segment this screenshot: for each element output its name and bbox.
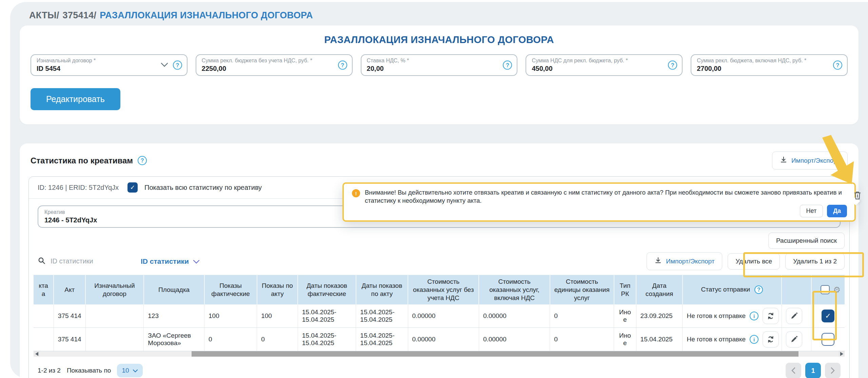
col-dates-fact[interactable]: Даты показов фактические — [298, 275, 356, 304]
breadcrumb-current: РАЗАЛЛОКАЦИЯ ИЗНАЧАЛЬНОГО ДОГОВОРА — [100, 10, 313, 21]
chevron-down-icon — [133, 367, 138, 374]
table-row: 375 414 ЗАО «Сергеев Морозова» 0 0 15.04… — [34, 328, 845, 351]
col-act[interactable]: Акт — [54, 275, 85, 304]
help-icon[interactable]: ? — [138, 156, 147, 165]
cell-shows-by-act: 0 — [257, 328, 298, 351]
breadcrumb: АКТЫ/ 375414/ РАЗАЛЛОКАЦИЯ ИЗНАЧАЛЬНОГО … — [10, 10, 868, 21]
col-cost-with-vat[interactable]: Стоимость оказанных услуг, включая НДС — [479, 275, 550, 304]
advanced-search-button[interactable]: Расширенный поиск — [768, 233, 845, 249]
col-dates-by-act[interactable]: Даты показов по акту — [356, 275, 408, 304]
cell-unit-cost: 0 — [550, 328, 614, 351]
breadcrumb-record-id[interactable]: 375414/ — [63, 10, 97, 21]
reallocation-card: РАЗАЛЛОКАЦИЯ ИЗНАЧАЛЬНОГО ДОГОВОРА Изнач… — [20, 25, 859, 124]
help-icon[interactable]: ? — [668, 61, 677, 70]
cell-dates-fact: 15.04.2025-15.04.2025 — [298, 328, 356, 351]
col-created[interactable]: Дата создания — [636, 275, 683, 304]
col-select: ⚙ — [811, 275, 845, 304]
chevron-down-icon — [161, 62, 168, 68]
cell-dates-fact: 15.04.2025-15.04.2025 — [298, 304, 356, 328]
col-initial-contract[interactable]: Изначальный договор — [85, 275, 144, 304]
vat-sum-label: Сумма НДС для рекл. бюджета, руб. * — [532, 57, 676, 64]
info-icon[interactable]: i — [750, 335, 758, 344]
vat-rate-field[interactable]: Ставка НДС, % * 20,00 ? — [361, 54, 518, 76]
search-field-selector[interactable]: ID статистики — [141, 257, 200, 265]
pagination: 1-2 из 2 Показывать по 10 — [38, 363, 841, 378]
warning-no-button[interactable]: Нет — [800, 205, 823, 217]
page-1-button[interactable]: 1 — [805, 363, 821, 378]
col-send-status[interactable]: Статус отправки ? — [683, 275, 782, 304]
vat-rate-label: Ставка НДС, % * — [367, 57, 512, 64]
info-icon[interactable]: i — [750, 312, 758, 320]
import-export-label: Импорт/Экспорт — [791, 157, 840, 164]
send-status-label: Статус отправки — [701, 286, 750, 293]
scrollbar-track[interactable] — [40, 351, 839, 357]
show-all-stats-checkbox[interactable]: ✓ — [127, 182, 138, 193]
statistics-table: кта а Акт Изначальный договор Площадка П… — [34, 275, 845, 351]
cell-send-status: Не готов к отправке i — [683, 304, 782, 328]
row-checkbox-checked[interactable]: ✓ — [822, 310, 834, 322]
page: АКТЫ/ 375414/ РАЗАЛЛОКАЦИЯ ИЗНАЧАЛЬНОГО … — [0, 0, 868, 378]
delete-selected-button[interactable]: Удалить 1 из 2 — [785, 253, 845, 270]
cell-unit-cost: 0 — [550, 304, 614, 328]
vat-sum-field[interactable]: Сумма НДС для рекл. бюджета, руб. * 450,… — [526, 54, 683, 76]
cell-cost-with-vat: 0.00000 — [479, 328, 550, 351]
help-icon[interactable]: ? — [754, 285, 763, 294]
statistics-search-input[interactable] — [51, 257, 132, 265]
import-export-button-table[interactable]: Импорт/Экспорт — [647, 252, 722, 270]
help-icon[interactable]: ? — [173, 61, 182, 70]
select-all-checkbox[interactable] — [821, 285, 830, 294]
creative-id-erid: ID: 1246 | ERID: 5T2dYqJx — [38, 184, 119, 192]
cell-rk-type: Иное — [614, 304, 636, 328]
col-shows-by-act[interactable]: Показы по акту — [257, 275, 298, 304]
col-unit-cost[interactable]: Стоимость единицы оказания услуг — [550, 275, 614, 304]
initial-contract-field[interactable]: Изначальный договор * ID 5454 ? — [31, 54, 188, 76]
scroll-left-arrow-icon[interactable] — [34, 351, 40, 357]
cell-initial-contract — [85, 304, 144, 328]
budget-no-vat-field[interactable]: Сумма рекл. бюджета без учета НДС, руб. … — [196, 54, 353, 76]
col-rk-type[interactable]: Тип РК — [614, 275, 636, 304]
col-shows-fact[interactable]: Показы фактические — [204, 275, 257, 304]
help-icon[interactable]: ? — [503, 61, 512, 70]
cell-edit — [782, 304, 811, 328]
import-export-button-top[interactable]: Импорт/Экспорт — [772, 152, 848, 170]
initial-contract-value: ID 5454 — [37, 65, 181, 73]
refresh-button[interactable] — [763, 308, 779, 324]
delete-all-button[interactable]: Удалить все — [728, 253, 780, 270]
per-page-select[interactable]: 10 — [117, 364, 142, 377]
status-text: Не готов к отправке — [687, 312, 746, 320]
cell-point — [34, 304, 54, 328]
edit-button[interactable]: Редактировать — [31, 88, 120, 110]
refresh-button[interactable] — [763, 331, 779, 347]
delete-creative-trash-icon[interactable] — [854, 191, 861, 201]
budget-no-vat-value: 2250,00 — [202, 65, 347, 73]
budget-with-vat-field[interactable]: Сумма рекл. бюджета, включая НДС, руб. *… — [691, 54, 848, 76]
edit-pencil-button[interactable] — [786, 308, 802, 324]
page-title: РАЗАЛЛОКАЦИЯ ИЗНАЧАЛЬНОГО ДОГОВОРА — [31, 34, 848, 45]
col-cost-no-vat[interactable]: Стоимость оказанных услуг без учета НДС — [408, 275, 479, 304]
search-field-selector-label: ID статистики — [141, 257, 189, 265]
search-icon — [38, 257, 46, 266]
edit-pencil-button[interactable] — [786, 331, 802, 347]
gear-icon[interactable]: ⚙ — [833, 286, 841, 294]
table-row: 375 414 123 100 100 15.04.2025-15.04.202… — [34, 304, 845, 328]
help-icon[interactable]: ? — [338, 61, 347, 70]
per-page-value: 10 — [122, 367, 129, 374]
horizontal-scrollbar[interactable] — [34, 351, 845, 357]
prev-page-button[interactable] — [786, 363, 801, 378]
help-icon[interactable]: ? — [833, 61, 842, 70]
cell-platform: 123 — [144, 304, 204, 328]
table-header-row: кта а Акт Изначальный договор Площадка П… — [34, 275, 845, 304]
next-page-button[interactable] — [825, 363, 841, 378]
col-act-point[interactable]: кта а — [34, 275, 54, 304]
col-actions — [782, 275, 811, 304]
row-checkbox-unchecked[interactable] — [822, 333, 834, 346]
cell-edit — [782, 328, 811, 351]
cell-act: 375 414 — [54, 304, 85, 328]
cell-select — [811, 328, 845, 351]
scroll-right-arrow-icon[interactable] — [839, 351, 845, 357]
col-platform[interactable]: Площадка — [144, 275, 204, 304]
vat-sum-value: 450,00 — [532, 65, 676, 73]
warning-yes-button[interactable]: Да — [827, 205, 847, 217]
breadcrumb-section[interactable]: АКТЫ/ — [29, 10, 59, 21]
scrollbar-thumb[interactable] — [192, 351, 799, 357]
